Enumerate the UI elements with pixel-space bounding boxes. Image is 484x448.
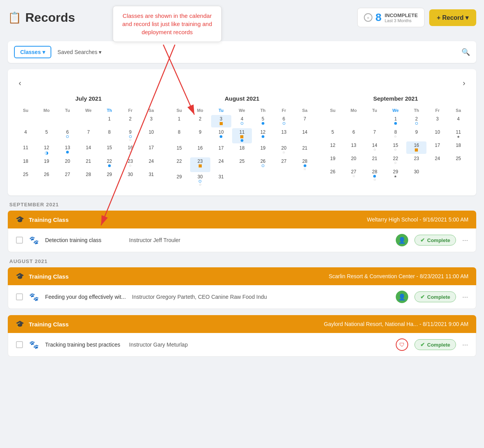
cal-day[interactable]: 13 <box>344 141 364 154</box>
search-icon[interactable]: 🔍 <box>461 48 470 56</box>
cal-day[interactable]: 22 <box>99 157 119 170</box>
cal-day[interactable]: 9 <box>406 128 426 141</box>
cal-day[interactable]: 25 <box>448 155 468 167</box>
cal-day[interactable]: 6 <box>344 128 364 141</box>
cal-day[interactable]: 8☆ <box>386 128 406 141</box>
cal-day[interactable]: 15☆ <box>386 141 406 154</box>
cal-day[interactable]: 9☆ <box>120 128 140 143</box>
saved-searches-button[interactable]: Saved Searches ▾ <box>58 49 102 55</box>
cal-day[interactable]: 15 <box>99 144 119 157</box>
cal-day[interactable]: 28☆ <box>365 168 385 183</box>
cal-day[interactable]: 8 <box>99 128 119 143</box>
cal-day[interactable]: 3 <box>141 115 161 127</box>
cal-day[interactable]: 5 <box>323 128 343 141</box>
record-checkbox[interactable] <box>16 341 23 348</box>
cal-day[interactable]: 11 <box>16 144 36 157</box>
cal-day[interactable]: 7 <box>295 115 315 127</box>
cal-day[interactable]: 9 <box>190 128 210 143</box>
cal-day[interactable]: 28☆ <box>295 157 315 172</box>
cal-day[interactable]: 4 <box>232 115 252 127</box>
cal-day[interactable]: 16☆ <box>120 144 140 157</box>
cal-day[interactable]: 2 <box>190 115 210 127</box>
cal-day[interactable]: 30 <box>406 168 426 183</box>
cal-day[interactable]: 16 <box>406 141 426 154</box>
cal-day[interactable] <box>79 115 99 127</box>
cal-day[interactable]: 21 <box>365 155 385 167</box>
cal-day[interactable]: 10 <box>211 128 231 143</box>
cal-day[interactable]: 2 <box>120 115 140 127</box>
cal-day[interactable]: 2 <box>406 115 426 127</box>
cal-day[interactable]: 5 <box>37 128 57 143</box>
cal-day[interactable]: 12◑ <box>37 144 57 157</box>
cal-day[interactable]: 27 <box>58 171 78 183</box>
cal-day[interactable]: 14☆ <box>365 141 385 154</box>
cal-day[interactable]: 30 <box>120 171 140 183</box>
cal-day[interactable]: 10 <box>427 128 447 141</box>
cal-day[interactable]: 20☆ <box>274 144 294 157</box>
cal-day[interactable]: 21 <box>79 157 99 170</box>
cal-day[interactable]: 12 <box>323 141 343 154</box>
cal-day[interactable] <box>16 115 36 127</box>
cal-day[interactable]: 14 <box>79 144 99 157</box>
cal-day[interactable]: 12 <box>253 128 273 143</box>
cal-day[interactable]: 13 <box>58 144 78 157</box>
cal-day[interactable]: 23☆ <box>120 157 140 170</box>
cal-day[interactable]: 23 <box>406 155 426 167</box>
cal-day[interactable]: 30☆ <box>190 173 210 188</box>
classes-filter-button[interactable]: Classes ▾ <box>14 46 51 58</box>
cal-day[interactable]: 17 <box>211 144 231 157</box>
more-options-button[interactable]: ··· <box>462 293 468 301</box>
cal-day[interactable]: 31 <box>141 171 161 183</box>
calendar-next-button[interactable]: › <box>460 77 468 89</box>
cal-day[interactable]: 22☆ <box>386 155 406 167</box>
record-checkbox[interactable] <box>16 237 23 244</box>
cal-day[interactable]: 6 <box>58 128 78 143</box>
cal-day[interactable]: 19 <box>323 155 343 167</box>
cal-day[interactable]: 27 <box>274 157 294 172</box>
record-checkbox[interactable] <box>16 293 23 300</box>
cal-day[interactable]: 29 <box>169 173 189 188</box>
cal-day[interactable]: 4 <box>448 115 468 127</box>
cal-day[interactable]: 29★ <box>386 168 406 183</box>
cal-day[interactable]: 18 <box>16 157 36 170</box>
cal-day[interactable]: 13 <box>274 128 294 143</box>
add-record-button[interactable]: + Record ▾ <box>429 9 476 26</box>
cal-day[interactable]: 24 <box>141 157 161 170</box>
cal-day[interactable]: 17 <box>427 141 447 154</box>
cal-day[interactable]: 8 <box>169 128 189 143</box>
cal-day[interactable] <box>37 115 57 127</box>
cal-day[interactable]: 20 <box>58 157 78 170</box>
cal-day[interactable]: 15 <box>169 144 189 157</box>
cal-day[interactable]: 18 <box>232 144 252 157</box>
cal-day[interactable]: 5 <box>253 115 273 127</box>
cal-day[interactable]: 29 <box>99 171 119 183</box>
cal-day[interactable]: 24 <box>211 157 231 172</box>
cal-day[interactable]: 27☆ <box>344 168 364 183</box>
cal-day[interactable]: 23 <box>190 157 210 172</box>
cal-day[interactable]: 20 <box>344 155 364 167</box>
cal-day[interactable]: 10 <box>141 128 161 143</box>
cal-day[interactable]: 21 <box>295 144 315 157</box>
cal-day[interactable]: 11★ <box>448 128 468 141</box>
cal-day[interactable]: 28 <box>79 171 99 183</box>
cal-day[interactable]: 7 <box>79 128 99 143</box>
cal-day[interactable]: 6 <box>274 115 294 127</box>
cal-day[interactable]: 25 <box>232 157 252 172</box>
cal-day[interactable]: 19 <box>253 144 273 157</box>
cal-day[interactable]: 14 <box>295 128 315 143</box>
cal-day[interactable]: 3 <box>427 115 447 127</box>
cal-day[interactable]: 26 <box>253 157 273 172</box>
cal-day[interactable]: 16 <box>190 144 210 157</box>
cal-day[interactable]: 11 <box>232 128 252 143</box>
calendar-prev-button[interactable]: ‹ <box>16 77 24 89</box>
cal-day[interactable]: 19 <box>37 157 57 170</box>
cal-day[interactable]: 1 <box>386 115 406 127</box>
cal-day[interactable]: 24 <box>427 155 447 167</box>
cal-day[interactable]: 17 <box>141 144 161 157</box>
cal-day[interactable]: 25 <box>16 171 36 183</box>
more-options-button[interactable]: ··· <box>462 341 468 349</box>
cal-day[interactable]: 26 <box>323 168 343 183</box>
more-options-button[interactable]: ··· <box>462 236 468 244</box>
cal-day[interactable]: 4 <box>16 128 36 143</box>
cal-day[interactable]: 18 <box>448 141 468 154</box>
